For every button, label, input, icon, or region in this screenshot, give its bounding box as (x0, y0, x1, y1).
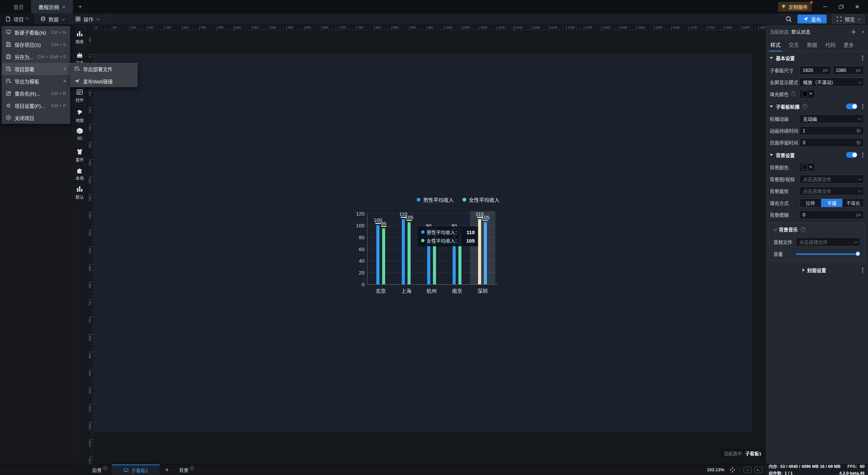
submenu-item-export-file[interactable]: 导出部署文件 (70, 63, 138, 75)
bg-color-picker[interactable] (800, 163, 815, 172)
fill-color-picker[interactable] (800, 90, 815, 98)
tooltip-label: 男性平均收入： (427, 229, 460, 235)
rail-item-3d[interactable]: 3D (72, 127, 87, 141)
section-music-header[interactable]: 背景音乐 ? (769, 223, 864, 236)
dashboard-page[interactable]: 男性平均收入女性平均收入 02040608010012010095北京11010… (94, 54, 751, 432)
panel-tab-active[interactable]: 子看板1 (112, 464, 160, 475)
menu-item-save-as[interactable]: 另存为...Ctrl + Shift + S (2, 51, 70, 63)
kebab-menu-icon[interactable] (862, 55, 864, 61)
menu-operate[interactable]: 操作 (70, 14, 105, 24)
tab-more[interactable]: 更多 (844, 41, 854, 48)
tab-data[interactable]: 数据 (807, 41, 817, 48)
fit-none-button[interactable]: 不填充 (843, 199, 864, 207)
search-icon[interactable] (785, 16, 792, 22)
section-title: 背景音乐 (779, 226, 798, 233)
rail-label: 套件 (76, 157, 84, 163)
audio-file-select[interactable]: 点击选择文件 (796, 238, 860, 246)
keyboard-shortcuts-icon[interactable]: ⋯ (744, 467, 752, 473)
ruler-number: 650 (88, 283, 92, 288)
help-icon[interactable]: ? (791, 91, 796, 96)
menu-item-export-template[interactable]: 导出为模板> (2, 75, 70, 87)
kebab-menu-icon[interactable] (862, 267, 864, 273)
close-window-button[interactable]: ✕ (852, 3, 862, 11)
background-button[interactable]: 背景 + (174, 464, 199, 475)
stay-time-input[interactable]: 3秒 (800, 138, 864, 147)
template-icon (6, 78, 11, 84)
rail-item-charts[interactable]: 图表 (72, 30, 87, 44)
rail-item-kits[interactable]: 套件 (72, 148, 87, 163)
y-axis-tick-label: 60 (354, 246, 364, 252)
zoom-level[interactable]: 103.13% (707, 467, 724, 472)
fit-tile-button[interactable]: 平铺 (821, 199, 843, 207)
rail-item-local[interactable]: 本地 (72, 166, 87, 181)
add-panel-button[interactable]: + (160, 464, 174, 475)
menu-data[interactable]: 数据 (35, 14, 70, 24)
kebab-menu-icon[interactable] (862, 103, 864, 110)
maximize-button[interactable] (839, 5, 844, 9)
menu-project[interactable]: 项目 (0, 14, 35, 24)
tab-home[interactable]: 首页 (6, 0, 31, 14)
display-mode-select[interactable]: 缩放（不滚动） (800, 78, 864, 87)
bar-chart-icon (76, 30, 83, 37)
add-foreground-icon[interactable]: + (103, 466, 107, 470)
section-basic-settings[interactable]: 基本设置 (766, 51, 868, 64)
new-tab-button[interactable]: + (73, 0, 88, 14)
background-toggle[interactable] (846, 152, 857, 158)
ruler-number: 850 (393, 25, 398, 29)
tab-style[interactable]: 样式 (770, 41, 781, 48)
menu-item-settings[interactable]: 项目设置(P)...Ctrl + P (2, 99, 70, 112)
custom-service-badge[interactable]: 定制服务 (778, 2, 812, 12)
height-input[interactable]: 1080px (833, 66, 864, 75)
y-axis-tick-label: 0 (354, 282, 364, 287)
menu-item-deploy[interactable]: 项目部署< (2, 63, 70, 75)
row-bg-image: 背景图/视频 点击选择文件 (766, 173, 868, 185)
tab-interaction[interactable]: 交互 (789, 41, 799, 48)
submenu-item-publish-web[interactable]: 发布Web链接 (70, 75, 138, 87)
volume-slider[interactable] (796, 251, 860, 256)
minimize-button[interactable]: ─ (821, 3, 830, 10)
anim-select[interactable]: 无动画 (800, 114, 864, 123)
add-background-icon[interactable]: + (190, 466, 194, 470)
x-axis-category-label: 深圳 (471, 287, 494, 294)
menu-item-new-panel[interactable]: 新建子看板(N)Ctrl + N (2, 26, 70, 38)
fit-stretch-button[interactable]: 拉伸 (800, 199, 821, 207)
bg-image-select[interactable]: 点击选择文件 (800, 175, 864, 184)
ruler-number: 1650 (673, 25, 680, 29)
duration-input[interactable]: 1秒 (800, 126, 864, 135)
section-background[interactable]: 背景设置 (766, 148, 868, 161)
rail-label: 3D (77, 136, 82, 141)
ruler-number: 1450 (603, 25, 610, 29)
inspector-tabs: 样式 交互 数据 代码 更多 (766, 38, 868, 51)
menu-item-rename[interactable]: 重命名(R)...Ctrl + R (2, 87, 70, 99)
section-carousel[interactable]: 子看板轮播 ? (766, 100, 868, 113)
rail-item-controls[interactable]: 控件 (72, 88, 87, 103)
rail-item-default[interactable]: 默认 (72, 185, 87, 200)
preview-button[interactable]: 预览 (832, 15, 865, 23)
tab-project[interactable]: 教程示例 × (31, 0, 73, 14)
width-input[interactable]: 1920px (800, 66, 831, 75)
collapse-icon (770, 106, 773, 108)
bar-chart-component[interactable]: 男性平均收入女性平均收入 02040608010012010095北京11010… (354, 194, 500, 296)
menu-item-save[interactable]: 保存项目(S)Ctrl + S (2, 38, 70, 51)
section-cover[interactable]: 封面设置 (766, 263, 868, 276)
foreground-label: 前景 (92, 467, 102, 473)
editor-canvas[interactable]: 男性平均收入女性平均收入 02040608010012010095北京11010… (94, 31, 765, 464)
y-axis-tick-label: 120 (354, 211, 364, 216)
blur-input[interactable]: 0px (800, 210, 864, 219)
publish-button[interactable]: 发布 (797, 15, 827, 23)
add-state-button[interactable]: ＋ (850, 27, 856, 36)
foreground-button[interactable]: 前景 + (87, 464, 112, 475)
help-icon[interactable]: ? (801, 227, 806, 232)
tab-code[interactable]: 代码 (825, 41, 835, 48)
rail-item-map[interactable]: 地图 (72, 109, 87, 123)
menu-item-close-project[interactable]: 关闭项目 (2, 112, 70, 124)
fit-view-icon[interactable] (728, 467, 736, 473)
expand-states-icon[interactable]: › (862, 28, 864, 35)
row-panel-size: 子看板尺寸 1920px 1080px (766, 64, 868, 76)
help-icon[interactable]: ? (802, 104, 807, 109)
bg-crop-select[interactable]: 点击选择文件 (800, 187, 864, 195)
kebab-menu-icon[interactable] (862, 152, 864, 158)
tab-close-icon[interactable]: × (62, 4, 65, 10)
carousel-toggle[interactable] (846, 103, 857, 109)
console-icon[interactable]: >_ (754, 467, 763, 473)
